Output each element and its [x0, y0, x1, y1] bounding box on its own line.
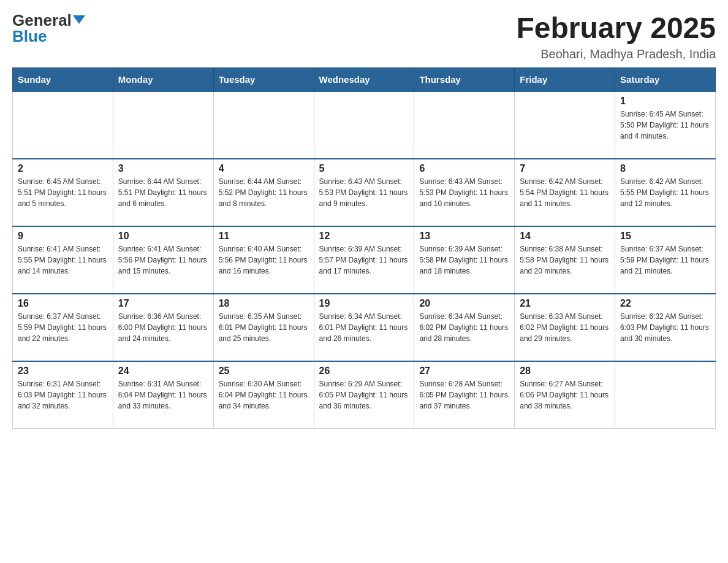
day-info: Sunrise: 6:44 AM Sunset: 5:52 PM Dayligh… — [219, 176, 309, 209]
calendar-cell: 12Sunrise: 6:39 AM Sunset: 5:57 PM Dayli… — [314, 226, 414, 294]
day-info: Sunrise: 6:37 AM Sunset: 5:59 PM Dayligh… — [620, 243, 710, 277]
day-info: Sunrise: 6:35 AM Sunset: 6:01 PM Dayligh… — [219, 311, 309, 344]
calendar-cell: 24Sunrise: 6:31 AM Sunset: 6:04 PM Dayli… — [113, 361, 213, 429]
calendar-cell: 22Sunrise: 6:32 AM Sunset: 6:03 PM Dayli… — [615, 294, 716, 361]
day-number: 23 — [18, 366, 108, 377]
calendar-cell: 27Sunrise: 6:28 AM Sunset: 6:05 PM Dayli… — [414, 361, 515, 429]
weekday-header-saturday: Saturday — [615, 67, 716, 91]
calendar-cell: 11Sunrise: 6:40 AM Sunset: 5:56 PM Dayli… — [213, 226, 314, 294]
logo: General Blue — [12, 12, 85, 44]
calendar-cell: 5Sunrise: 6:43 AM Sunset: 5:53 PM Daylig… — [314, 159, 414, 226]
day-number: 25 — [219, 366, 309, 377]
day-number: 20 — [419, 298, 509, 309]
weekday-header-sunday: Sunday — [13, 67, 113, 91]
day-number: 11 — [219, 231, 309, 242]
logo-triangle-icon — [73, 15, 85, 24]
day-number: 13 — [419, 231, 509, 242]
calendar-cell — [13, 91, 113, 159]
day-info: Sunrise: 6:45 AM Sunset: 5:51 PM Dayligh… — [18, 176, 108, 209]
day-info: Sunrise: 6:44 AM Sunset: 5:51 PM Dayligh… — [118, 176, 208, 209]
day-info: Sunrise: 6:34 AM Sunset: 6:02 PM Dayligh… — [419, 311, 509, 344]
calendar-cell: 26Sunrise: 6:29 AM Sunset: 6:05 PM Dayli… — [314, 361, 414, 429]
weekday-header-thursday: Thursday — [414, 67, 515, 91]
calendar-cell: 18Sunrise: 6:35 AM Sunset: 6:01 PM Dayli… — [213, 294, 314, 361]
day-info: Sunrise: 6:30 AM Sunset: 6:04 PM Dayligh… — [219, 378, 309, 412]
title-block: February 2025 Beohari, Madhya Pradesh, I… — [516, 12, 716, 61]
day-info: Sunrise: 6:41 AM Sunset: 5:55 PM Dayligh… — [18, 243, 108, 277]
calendar-cell: 20Sunrise: 6:34 AM Sunset: 6:02 PM Dayli… — [414, 294, 515, 361]
weekday-header-wednesday: Wednesday — [314, 67, 414, 91]
day-number: 2 — [18, 163, 108, 174]
day-info: Sunrise: 6:42 AM Sunset: 5:55 PM Dayligh… — [620, 176, 710, 209]
calendar-cell: 7Sunrise: 6:42 AM Sunset: 5:54 PM Daylig… — [515, 159, 615, 226]
calendar-cell: 10Sunrise: 6:41 AM Sunset: 5:56 PM Dayli… — [113, 226, 213, 294]
calendar-cell — [314, 91, 414, 159]
day-number: 26 — [319, 366, 409, 377]
day-number: 22 — [620, 298, 710, 309]
logo-text: General — [12, 12, 85, 28]
day-number: 5 — [319, 163, 409, 174]
day-info: Sunrise: 6:41 AM Sunset: 5:56 PM Dayligh… — [118, 243, 208, 277]
week-row-4: 23Sunrise: 6:31 AM Sunset: 6:03 PM Dayli… — [13, 361, 716, 429]
day-number: 24 — [118, 366, 208, 377]
calendar-cell: 8Sunrise: 6:42 AM Sunset: 5:55 PM Daylig… — [615, 159, 716, 226]
calendar-table: SundayMondayTuesdayWednesdayThursdayFrid… — [12, 67, 716, 429]
day-number: 6 — [419, 163, 509, 174]
week-row-0: 1Sunrise: 6:45 AM Sunset: 5:50 PM Daylig… — [13, 91, 716, 159]
day-info: Sunrise: 6:34 AM Sunset: 6:01 PM Dayligh… — [319, 311, 409, 344]
day-info: Sunrise: 6:42 AM Sunset: 5:54 PM Dayligh… — [520, 176, 610, 209]
day-number: 8 — [620, 163, 710, 174]
page-header: General Blue February 2025 Beohari, Madh… — [12, 12, 716, 61]
day-info: Sunrise: 6:43 AM Sunset: 5:53 PM Dayligh… — [419, 176, 509, 209]
calendar-cell: 3Sunrise: 6:44 AM Sunset: 5:51 PM Daylig… — [113, 159, 213, 226]
day-info: Sunrise: 6:31 AM Sunset: 6:04 PM Dayligh… — [118, 378, 208, 412]
week-row-2: 9Sunrise: 6:41 AM Sunset: 5:55 PM Daylig… — [13, 226, 716, 294]
calendar-cell: 28Sunrise: 6:27 AM Sunset: 6:06 PM Dayli… — [515, 361, 615, 429]
calendar-cell — [213, 91, 314, 159]
day-info: Sunrise: 6:28 AM Sunset: 6:05 PM Dayligh… — [419, 378, 509, 412]
calendar-cell — [515, 91, 615, 159]
day-number: 7 — [520, 163, 610, 174]
day-number: 21 — [520, 298, 610, 309]
calendar-cell: 19Sunrise: 6:34 AM Sunset: 6:01 PM Dayli… — [314, 294, 414, 361]
day-info: Sunrise: 6:29 AM Sunset: 6:05 PM Dayligh… — [319, 378, 409, 412]
calendar-cell: 21Sunrise: 6:33 AM Sunset: 6:02 PM Dayli… — [515, 294, 615, 361]
day-number: 15 — [620, 231, 710, 242]
weekday-header-tuesday: Tuesday — [213, 67, 314, 91]
calendar-cell — [414, 91, 515, 159]
calendar-cell: 6Sunrise: 6:43 AM Sunset: 5:53 PM Daylig… — [414, 159, 515, 226]
calendar-cell: 2Sunrise: 6:45 AM Sunset: 5:51 PM Daylig… — [13, 159, 113, 226]
day-number: 4 — [219, 163, 309, 174]
calendar-cell: 13Sunrise: 6:39 AM Sunset: 5:58 PM Dayli… — [414, 226, 515, 294]
calendar-cell: 25Sunrise: 6:30 AM Sunset: 6:04 PM Dayli… — [213, 361, 314, 429]
day-number: 28 — [520, 366, 610, 377]
day-info: Sunrise: 6:37 AM Sunset: 5:59 PM Dayligh… — [18, 311, 108, 344]
week-row-3: 16Sunrise: 6:37 AM Sunset: 5:59 PM Dayli… — [13, 294, 716, 361]
calendar-cell — [615, 361, 716, 429]
day-info: Sunrise: 6:39 AM Sunset: 5:58 PM Dayligh… — [419, 243, 509, 277]
calendar-cell: 15Sunrise: 6:37 AM Sunset: 5:59 PM Dayli… — [615, 226, 716, 294]
calendar-cell: 17Sunrise: 6:36 AM Sunset: 6:00 PM Dayli… — [113, 294, 213, 361]
day-number: 9 — [18, 231, 108, 242]
day-number: 17 — [118, 298, 208, 309]
day-number: 16 — [18, 298, 108, 309]
day-info: Sunrise: 6:40 AM Sunset: 5:56 PM Dayligh… — [219, 243, 309, 277]
day-info: Sunrise: 6:36 AM Sunset: 6:00 PM Dayligh… — [118, 311, 208, 344]
calendar-cell: 16Sunrise: 6:37 AM Sunset: 5:59 PM Dayli… — [13, 294, 113, 361]
day-info: Sunrise: 6:33 AM Sunset: 6:02 PM Dayligh… — [520, 311, 610, 344]
calendar-cell: 23Sunrise: 6:31 AM Sunset: 6:03 PM Dayli… — [13, 361, 113, 429]
day-number: 19 — [319, 298, 409, 309]
calendar-subtitle: Beohari, Madhya Pradesh, India — [516, 47, 716, 61]
day-info: Sunrise: 6:45 AM Sunset: 5:50 PM Dayligh… — [620, 109, 710, 142]
weekday-header-row: SundayMondayTuesdayWednesdayThursdayFrid… — [13, 67, 716, 91]
logo-blue-label: Blue — [12, 27, 47, 45]
day-number: 27 — [419, 366, 509, 377]
weekday-header-friday: Friday — [515, 67, 615, 91]
day-number: 12 — [319, 231, 409, 242]
day-info: Sunrise: 6:32 AM Sunset: 6:03 PM Dayligh… — [620, 311, 710, 344]
calendar-cell: 14Sunrise: 6:38 AM Sunset: 5:58 PM Dayli… — [515, 226, 615, 294]
calendar-cell: 9Sunrise: 6:41 AM Sunset: 5:55 PM Daylig… — [13, 226, 113, 294]
day-info: Sunrise: 6:31 AM Sunset: 6:03 PM Dayligh… — [18, 378, 108, 412]
calendar-cell — [113, 91, 213, 159]
day-info: Sunrise: 6:39 AM Sunset: 5:57 PM Dayligh… — [319, 243, 409, 277]
